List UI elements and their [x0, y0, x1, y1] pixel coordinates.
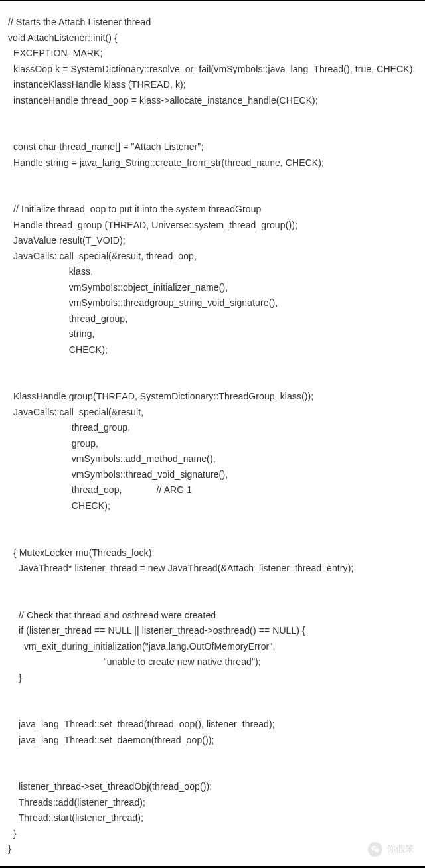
- code-line: CHECK);: [8, 342, 417, 358]
- code-line: [8, 686, 417, 701]
- code-line: [8, 374, 417, 390]
- code-line: klass,: [8, 264, 417, 280]
- code-line: [8, 358, 417, 374]
- code-line: [8, 530, 417, 545]
- code-line: JavaCalls::call_special(&result, thread_…: [8, 249, 417, 265]
- code-line: instanceHandle thread_oop = klass->alloc…: [8, 93, 417, 109]
- code-line: Thread::start(listener_thread);: [8, 810, 417, 826]
- watermark-text: 你假笨: [386, 843, 414, 855]
- code-line: }: [8, 670, 417, 686]
- code-line: [8, 592, 417, 608]
- code-line: [8, 748, 417, 764]
- code-line: }: [8, 841, 417, 857]
- code-line: // Initialize thread_oop to put it into …: [8, 202, 417, 218]
- code-line: KlassHandle group(THREAD, SystemDictiona…: [8, 389, 417, 405]
- code-line: JavaValue result(T_VOID);: [8, 233, 417, 249]
- code-line: klassOop k = SystemDictionary::resolve_o…: [8, 62, 417, 78]
- code-line: vmSymbols::add_method_name(),: [8, 451, 417, 467]
- code-line: Handle thread_group (THREAD, Universe::s…: [8, 218, 417, 234]
- code-line: EXCEPTION_MARK;: [8, 46, 417, 62]
- code-line: vmSymbols::object_initializer_name(),: [8, 280, 417, 296]
- code-block: // Starts the Attach Listener threadvoid…: [0, 1, 425, 868]
- code-line: Threads::add(listener_thread);: [8, 795, 417, 811]
- code-line: "unable to create new native thread");: [8, 654, 417, 670]
- code-line: [8, 171, 417, 186]
- code-line: thread_group,: [8, 311, 417, 327]
- code-line: JavaCalls::call_special(&result,: [8, 405, 417, 421]
- code-line: thread_group,: [8, 420, 417, 436]
- wechat-icon: [368, 842, 382, 857]
- code-line: listener_thread->set_threadObj(thread_oo…: [8, 779, 417, 795]
- code-line: java_lang_Thread::set_daemon(thread_oop(…: [8, 733, 417, 749]
- code-line: const char thread_name[] = "Attach Liste…: [8, 139, 417, 155]
- code-line: vm_exit_during_initialization("java.lang…: [8, 639, 417, 655]
- code-line: [8, 186, 417, 202]
- code-line: [8, 764, 417, 780]
- code-line: [8, 514, 417, 530]
- code-line: java_lang_Thread::set_thread(thread_oop(…: [8, 717, 417, 733]
- code-line: void AttachListener::init() {: [8, 31, 417, 46]
- code-line: [8, 124, 417, 140]
- code-line: }: [8, 826, 417, 842]
- code-line: // Starts the Attach Listener thread: [8, 15, 417, 31]
- code-line: [8, 577, 417, 593]
- code-line: instanceKlassHandle klass (THREAD, k);: [8, 77, 417, 93]
- code-line: thread_oop, // ARG 1: [8, 482, 417, 498]
- code-line: string,: [8, 326, 417, 342]
- code-line: Handle string = java_lang_String::create…: [8, 155, 417, 171]
- code-line: [8, 701, 417, 717]
- code-line: [8, 108, 417, 124]
- code-line: group,: [8, 436, 417, 452]
- code-line: vmSymbols::threadgroup_string_void_signa…: [8, 295, 417, 311]
- code-line: if (listener_thread == NULL || listener_…: [8, 623, 417, 639]
- code-line: { MutexLocker mu(Threads_lock);: [8, 545, 417, 561]
- code-line: vmSymbols::thread_void_signature(),: [8, 467, 417, 483]
- code-line: CHECK);: [8, 498, 417, 514]
- code-line: // Check that thread and osthread were c…: [8, 608, 417, 624]
- watermark: 你假笨: [368, 842, 414, 857]
- code-line: JavaThread* listener_thread = new JavaTh…: [8, 561, 417, 577]
